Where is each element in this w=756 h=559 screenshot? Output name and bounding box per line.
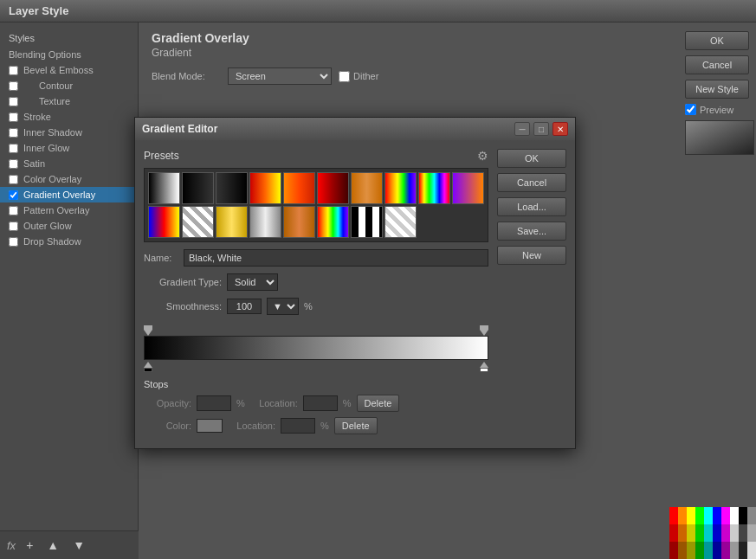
sidebar-item-blending-options[interactable]: Blending Options <box>0 47 138 62</box>
inner-glow-checkbox[interactable] <box>9 144 18 153</box>
opacity-stop-input[interactable] <box>197 395 231 411</box>
drop-shadow-checkbox[interactable] <box>9 237 18 247</box>
color-swatch-13[interactable] <box>695 524 704 542</box>
color-swatch-8[interactable] <box>739 507 747 524</box>
preset-item-16[interactable] <box>351 206 383 238</box>
color-swatch-10[interactable] <box>669 524 678 542</box>
color-stop-right[interactable] <box>480 362 488 372</box>
color-location-input[interactable] <box>281 418 315 434</box>
contour-checkbox[interactable] <box>9 81 18 91</box>
preset-item-13[interactable] <box>249 206 281 238</box>
sidebar-item-outer-glow[interactable]: Outer Glow <box>0 218 138 234</box>
color-swatch-1[interactable] <box>678 507 687 524</box>
dither-checkbox[interactable] <box>339 71 350 82</box>
cancel-button[interactable]: Cancel <box>685 55 749 74</box>
preset-item-4[interactable] <box>283 172 315 204</box>
sidebar-item-drop-shadow[interactable]: Drop Shadow <box>0 234 138 249</box>
gradient-bar[interactable] <box>144 336 488 360</box>
color-delete-button[interactable]: Delete <box>334 417 378 434</box>
opacity-delete-button[interactable]: Delete <box>357 395 400 412</box>
preset-item-5[interactable] <box>317 172 349 204</box>
color-swatch-0[interactable] <box>669 507 678 524</box>
preset-item-12[interactable] <box>216 206 248 238</box>
color-swatch-17[interactable] <box>730 524 739 542</box>
ok-button[interactable]: OK <box>685 31 749 50</box>
preset-item-17[interactable] <box>384 206 417 238</box>
name-input[interactable] <box>184 249 488 267</box>
color-swatch-16[interactable] <box>721 524 730 542</box>
color-swatch-4[interactable] <box>704 507 713 524</box>
stroke-checkbox[interactable] <box>9 112 18 122</box>
preset-item-0[interactable] <box>148 172 180 204</box>
gradient-overlay-checkbox[interactable] <box>9 190 18 200</box>
sidebar-item-satin[interactable]: Satin <box>0 156 138 171</box>
inner-shadow-checkbox[interactable] <box>9 128 18 138</box>
color-swatch-14[interactable] <box>704 524 713 542</box>
ge-save-button[interactable]: Save... <box>497 222 566 241</box>
presets-gear-icon[interactable]: ⚙ <box>477 149 488 163</box>
color-swatch-29[interactable] <box>747 542 756 559</box>
color-swatch-27[interactable] <box>730 542 739 559</box>
color-swatch-15[interactable] <box>713 524 721 542</box>
preset-item-11[interactable] <box>182 206 214 238</box>
smoothness-unit-select[interactable]: ▼ <box>267 298 299 315</box>
sidebar-item-bevel-emboss[interactable]: Bevel & Emboss <box>0 62 138 78</box>
color-swatch-11[interactable] <box>678 524 687 542</box>
preset-item-7[interactable] <box>384 172 417 204</box>
color-swatch-3[interactable] <box>695 507 704 524</box>
sidebar-item-gradient-overlay[interactable]: Gradient Overlay <box>0 187 138 202</box>
ge-load-button[interactable]: Load... <box>497 197 566 216</box>
sidebar-item-stroke[interactable]: Stroke <box>0 109 138 125</box>
ge-cancel-button[interactable]: Cancel <box>497 173 566 192</box>
sidebar-item-pattern-overlay[interactable]: Pattern Overlay <box>0 202 138 218</box>
preset-item-8[interactable] <box>418 172 450 204</box>
preset-item-14[interactable] <box>283 206 315 238</box>
bevel-emboss-checkbox[interactable] <box>9 66 18 75</box>
satin-checkbox[interactable] <box>9 159 18 169</box>
preset-item-6[interactable] <box>351 172 383 204</box>
preset-item-10[interactable] <box>148 206 180 238</box>
pattern-overlay-checkbox[interactable] <box>9 206 18 215</box>
new-style-button[interactable]: New Style <box>685 80 749 99</box>
color-overlay-checkbox[interactable] <box>9 175 18 184</box>
color-swatch-20[interactable] <box>669 542 678 559</box>
opacity-stop-left[interactable] <box>144 325 152 336</box>
sidebar-item-inner-glow[interactable]: Inner Glow <box>0 140 138 156</box>
maximize-button[interactable]: □ <box>533 122 549 136</box>
color-swatch-24[interactable] <box>704 542 713 559</box>
add-style-button[interactable]: + <box>23 537 36 554</box>
color-swatch-2[interactable] <box>687 507 695 524</box>
texture-checkbox[interactable] <box>9 97 18 106</box>
color-swatch-5[interactable] <box>713 507 721 524</box>
blend-mode-select[interactable]: Screen Normal Multiply Overlay <box>228 67 332 85</box>
color-swatch-28[interactable] <box>739 542 747 559</box>
sidebar-item-contour[interactable]: Contour <box>0 78 138 93</box>
preset-item-1[interactable] <box>182 172 214 204</box>
color-swatch-22[interactable] <box>687 542 695 559</box>
preview-checkbox[interactable] <box>685 104 696 115</box>
color-swatch-9[interactable] <box>747 507 756 524</box>
color-stop-swatch[interactable] <box>197 419 223 433</box>
move-down-button[interactable]: ▼ <box>69 537 88 554</box>
color-swatch-19[interactable] <box>747 524 756 542</box>
gradient-type-select[interactable]: Solid Noise <box>227 273 278 291</box>
smoothness-input[interactable] <box>227 299 262 314</box>
color-swatch-25[interactable] <box>713 542 721 559</box>
color-swatch-7[interactable] <box>730 507 739 524</box>
color-swatch-18[interactable] <box>739 524 747 542</box>
color-swatch-6[interactable] <box>721 507 730 524</box>
minimize-button[interactable]: ─ <box>514 122 530 136</box>
ge-new-button[interactable]: New <box>497 246 566 265</box>
sidebar-item-color-overlay[interactable]: Color Overlay <box>0 171 138 187</box>
color-swatch-21[interactable] <box>678 542 687 559</box>
opacity-location-input[interactable] <box>303 395 338 411</box>
sidebar-item-texture[interactable]: Texture <box>0 93 138 109</box>
preset-item-9[interactable] <box>452 172 484 204</box>
preset-item-3[interactable] <box>249 172 281 204</box>
color-stop-left[interactable] <box>144 362 152 372</box>
color-swatch-12[interactable] <box>687 524 695 542</box>
close-button[interactable]: ✕ <box>552 122 568 136</box>
opacity-stop-right[interactable] <box>480 325 488 336</box>
sidebar-item-inner-shadow[interactable]: Inner Shadow <box>0 125 138 140</box>
preset-item-15[interactable] <box>317 206 349 238</box>
